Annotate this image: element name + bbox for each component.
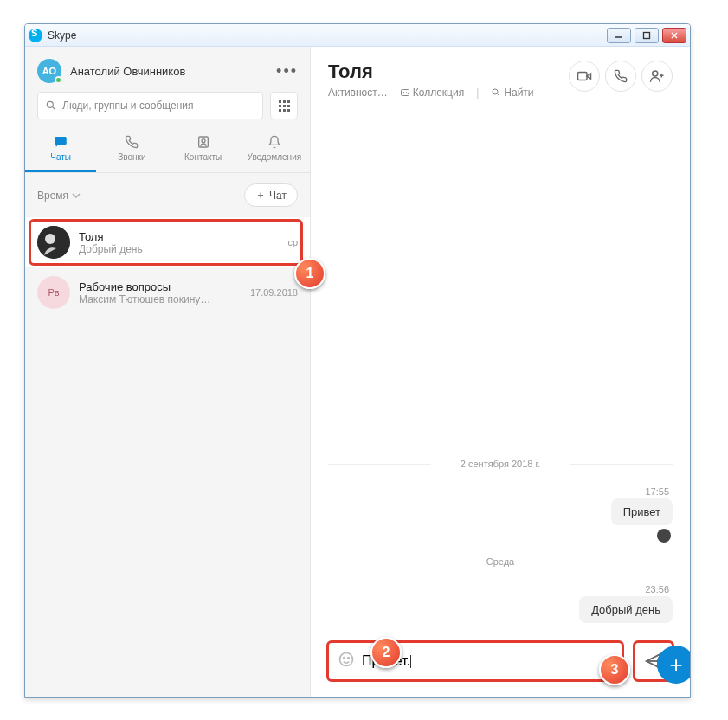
annotation-callout: 1 [294,258,325,289]
profile-row[interactable]: АО Анатолий Овчинников ••• [25,47,310,92]
date-separator: Среда [328,556,673,567]
tab-chats[interactable]: Чаты [25,128,96,172]
video-icon [577,68,592,84]
titlebar: Skype [25,24,690,47]
dialpad-icon [279,100,290,112]
new-chat-button[interactable]: ＋Чат [244,183,298,207]
chat-preview: Добрый день [79,243,235,255]
search-icon [491,87,501,98]
chat-list-item[interactable]: Рв Рабочие вопросы Максим Тютюшев покину… [25,267,310,318]
message-area: 2 сентября 2018 г. 17:55 Привет Среда 23… [311,109,690,632]
window-frame: Skype АО Анатолий Овчинников ••• Люди, г… [24,23,691,698]
add-attachment-fab[interactable]: + [657,646,691,684]
svg-rect-14 [578,73,588,80]
gallery-icon [400,87,410,98]
add-participant-button[interactable] [641,61,673,92]
audio-call-button[interactable] [605,61,636,92]
chat-time: ср [287,237,298,248]
profile-name: Анатолий Овчинников [70,65,276,78]
sort-dropdown[interactable]: Время [37,190,81,202]
svg-point-4 [47,101,53,107]
subtab-find[interactable]: Найти [491,87,533,99]
svg-point-20 [348,658,350,659]
svg-point-15 [653,71,658,76]
date-separator: 2 сентября 2018 г. [328,459,673,469]
emoji-icon[interactable] [338,651,355,672]
message-bubble[interactable]: Добрый день [579,596,673,623]
search-input[interactable]: Люди, группы и сообщения [37,92,263,119]
presence-icon [55,76,62,84]
skype-icon [29,29,42,42]
svg-rect-1 [644,32,650,38]
avatar: АО [37,59,61,83]
conversation-header: Толя Активност… Коллекция | Найти [311,47,690,109]
avatar: Рв [37,276,70,309]
contacts-icon [168,133,239,151]
chat-name: Рабочие вопросы [79,280,250,293]
plus-icon: + [669,652,682,678]
tab-calls[interactable]: Звонки [96,128,167,172]
svg-point-19 [344,658,345,659]
svg-point-10 [45,234,55,244]
message-avatar [657,529,671,543]
chat-list-item[interactable]: Толя Добрый день ср [25,217,310,267]
subtab-collection[interactable]: Коллекция [400,87,464,99]
subtab-activity[interactable]: Активност… [328,87,388,99]
chevron-down-icon [72,191,81,200]
add-user-icon [649,68,665,84]
svg-rect-6 [55,137,67,145]
sidebar: АО Анатолий Овчинников ••• Люди, группы … [25,47,311,698]
message-time: 17:55 [328,486,669,497]
minimize-button[interactable] [607,28,631,43]
maximize-button[interactable] [635,28,659,43]
annotation-callout: 2 [370,637,402,668]
contact-name: Толя [328,61,569,83]
close-button[interactable] [662,28,686,43]
svg-line-5 [53,107,55,110]
message-bubble[interactable]: Привет [611,498,673,525]
annotation-callout: 3 [599,654,630,685]
chat-list: Толя Добрый день ср Рв Рабочие вопросы М… [25,217,310,698]
chat-preview: Максим Тютюшев покину… [79,293,235,305]
phone-icon [96,133,167,151]
chat-icon [25,133,96,151]
message-time: 23:56 [328,584,669,595]
plus-icon: ＋ [255,188,266,202]
window-title: Skype [48,29,607,42]
search-icon [45,100,57,112]
tab-contacts[interactable]: Контакты [168,128,239,172]
svg-line-13 [498,94,500,97]
bell-icon [239,133,310,151]
more-icon[interactable]: ••• [276,62,298,80]
svg-point-18 [340,653,353,666]
tab-notifications[interactable]: Уведомления [239,128,310,172]
conversation-panel: Толя Активност… Коллекция | Найти 2 сент… [311,47,690,698]
svg-point-8 [202,139,205,143]
svg-point-12 [493,89,498,94]
chat-name: Толя [79,230,287,243]
video-call-button[interactable] [569,61,600,92]
chat-time: 17.09.2018 [250,287,298,298]
nav-tabs: Чаты Звонки Контакты Уведомления [25,128,310,173]
avatar [37,226,70,259]
phone-icon [614,69,628,83]
dialpad-button[interactable] [270,92,298,119]
